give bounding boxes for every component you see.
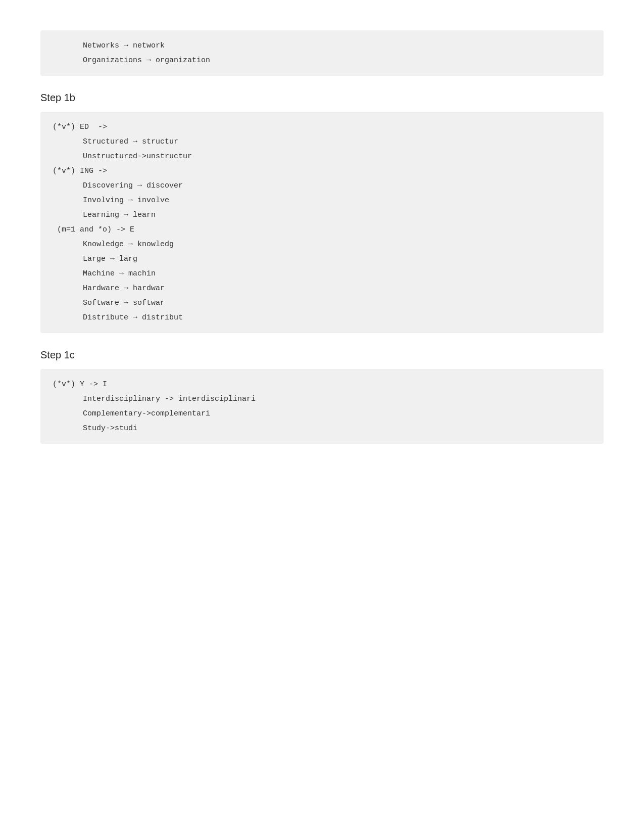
unstructured-line: Unstructured->unstructur xyxy=(53,149,591,164)
networks-line: Networks → network xyxy=(53,38,591,53)
organizations-line: Organizations → organization xyxy=(53,53,591,68)
step-1b-code-block: (*v*) ED -> Structured → structur Unstru… xyxy=(40,112,604,333)
step-1c-code-block: (*v*) Y -> I Interdisciplinary -> interd… xyxy=(40,369,604,444)
study-line: Study->studi xyxy=(53,421,591,436)
y-rule-line: (*v*) Y -> I xyxy=(53,377,591,392)
involving-line: Involving → involve xyxy=(53,193,591,208)
structured-line: Structured → structur xyxy=(53,134,591,149)
ing-rule-line: (*v*) ING -> xyxy=(53,164,591,178)
step-1b-heading: Step 1b xyxy=(40,92,604,104)
ed-rule-line: (*v*) ED -> xyxy=(53,120,591,134)
m1-rule-line: (m=1 and *o) -> E xyxy=(53,222,591,237)
learning-line: Learning → learn xyxy=(53,208,591,222)
machine-line: Machine → machin xyxy=(53,266,591,281)
large-line: Large → larg xyxy=(53,252,591,266)
top-code-block: Networks → network Organizations → organ… xyxy=(40,30,604,76)
software-line: Software → softwar xyxy=(53,296,591,310)
complementary-line: Complementary->complementari xyxy=(53,406,591,421)
distribute-line: Distribute → distribut xyxy=(53,310,591,325)
knowledge-line: Knowledge → knowledg xyxy=(53,237,591,252)
interdisciplinary-line: Interdisciplinary -> interdisciplinari xyxy=(53,392,591,406)
step-1c-heading: Step 1c xyxy=(40,349,604,361)
discovering-line: Discovering → discover xyxy=(53,178,591,193)
hardware-line: Hardware → hardwar xyxy=(53,281,591,296)
